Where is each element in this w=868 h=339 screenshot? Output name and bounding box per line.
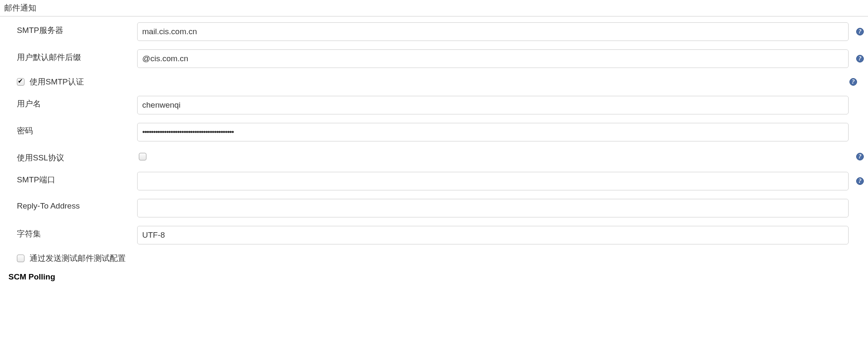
row-use-smtp-auth: 使用SMTP认证 (17, 76, 861, 87)
checkbox-test-email[interactable] (17, 255, 24, 262)
row-smtp-server: SMTP服务器 (17, 22, 861, 41)
help-icon[interactable] (856, 28, 864, 35)
input-wrap-smtp-port (137, 172, 861, 190)
row-reply-to: Reply-To Address (17, 199, 861, 217)
label-use-smtp-auth: 使用SMTP认证 (30, 76, 84, 87)
label-username: 用户名 (17, 96, 137, 109)
label-default-suffix: 用户默认邮件后缀 (17, 49, 137, 63)
label-test-email: 通过发送测试邮件测试配置 (30, 253, 126, 264)
input-charset[interactable] (137, 226, 849, 244)
label-reply-to: Reply-To Address (17, 199, 137, 211)
input-wrap-reply-to (137, 199, 861, 217)
input-smtp-server[interactable] (137, 22, 849, 41)
input-wrap-charset (137, 226, 861, 244)
section-heading-email-notification: 邮件通知 (0, 0, 868, 16)
input-wrap-username (137, 96, 861, 114)
label-password: 密码 (17, 123, 137, 136)
input-wrap-default-suffix (137, 49, 861, 68)
help-icon[interactable] (856, 177, 864, 185)
row-password: 密码 (17, 123, 861, 141)
input-wrap-use-ssl (137, 153, 861, 160)
row-test-email: 通过发送测试邮件测试配置 (17, 253, 861, 264)
label-smtp-port: SMTP端口 (17, 172, 137, 185)
row-use-ssl: 使用SSL协议 (17, 150, 861, 163)
input-reply-to[interactable] (137, 199, 849, 217)
input-wrap-password (137, 123, 861, 141)
help-icon[interactable] (849, 78, 857, 86)
email-notification-form: SMTP服务器 用户默认邮件后缀 使用SMTP认证 用户名 密码 使用SSL (0, 22, 868, 282)
help-icon[interactable] (856, 55, 864, 62)
input-username[interactable] (137, 96, 849, 114)
label-charset: 字符集 (17, 226, 137, 239)
input-default-suffix[interactable] (137, 49, 849, 68)
label-use-ssl: 使用SSL协议 (17, 150, 137, 163)
row-username: 用户名 (17, 96, 861, 114)
checkbox-use-ssl[interactable] (139, 153, 146, 160)
section-heading-scm-polling: SCM Polling (8, 272, 861, 282)
row-default-suffix: 用户默认邮件后缀 (17, 49, 861, 68)
input-smtp-port[interactable] (137, 172, 849, 190)
label-smtp-server: SMTP服务器 (17, 22, 137, 36)
input-password[interactable] (137, 123, 849, 141)
row-smtp-port: SMTP端口 (17, 172, 861, 190)
help-icon[interactable] (856, 153, 864, 160)
input-wrap-smtp-server (137, 22, 861, 41)
row-charset: 字符集 (17, 226, 861, 244)
checkbox-use-smtp-auth[interactable] (17, 78, 24, 86)
